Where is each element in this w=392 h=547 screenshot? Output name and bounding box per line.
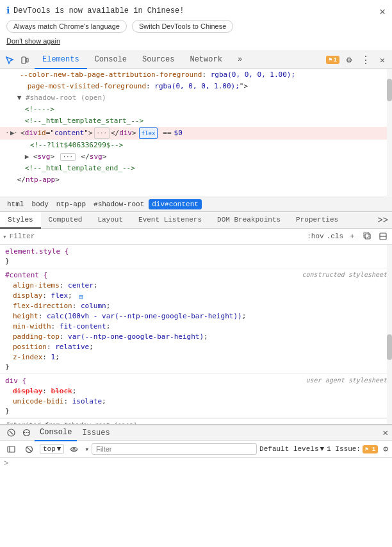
styles-scrollbar-thumb[interactable] — [387, 334, 392, 360]
switch-language-button[interactable]: Switch DevTools to Chinese — [132, 20, 233, 33]
issue-icon: ⚑ — [329, 57, 332, 63]
console-filter-bar: top ▼ ▾ Default levels ▼ 1 Issue: ⚑ 1 ⚙ — [0, 441, 392, 458]
pseudo-filter-button[interactable]: :hov — [307, 233, 323, 240]
console-input[interactable] — [11, 460, 388, 468]
console-filter-button[interactable] — [19, 426, 33, 440]
close-devtools-button[interactable]: ✕ — [375, 53, 389, 67]
rule-origin: user agent stylesheet — [306, 377, 387, 384]
breadcrumb: html body ntp-app #shadow-root div#conte… — [0, 197, 392, 212]
tab-elements[interactable]: Elements — [35, 51, 87, 69]
console-input-row: > — [0, 458, 392, 469]
svg-rect-1 — [26, 58, 28, 62]
tab-network[interactable]: Network — [182, 51, 229, 69]
console-filter-input[interactable] — [92, 443, 257, 455]
devtools-toolbar: Elements Console Sources Network » ⚑1 ⚙ … — [0, 51, 392, 69]
console-sidebar-button[interactable] — [4, 442, 18, 456]
style-property[interactable]: display: flex; ⊞ — [13, 291, 387, 301]
banner-close-button[interactable]: ✕ — [379, 5, 386, 18]
toolbar-icons — [3, 53, 32, 67]
styles-vertical-scrollbar[interactable] — [387, 245, 392, 424]
tab-event-listeners[interactable]: Event Listeners — [131, 212, 209, 229]
issue-count[interactable]: 1 Issue: ⚑ 1 — [327, 445, 378, 453]
rule-selector[interactable]: #content { constructed stylesheet — [5, 271, 387, 279]
tab-bar: Elements Console Sources Network » — [35, 51, 326, 69]
scrollbar-thumb[interactable] — [387, 79, 392, 101]
dom-line: <!----> — [0, 104, 387, 115]
dom-line: <!--_html_template_start_--> — [0, 115, 387, 127]
element-style-rule: element.style { } — [0, 245, 392, 268]
breadcrumb-html[interactable]: html — [4, 199, 27, 209]
tab-dom-breakpoints[interactable]: DOM Breakpoints — [209, 212, 288, 229]
rule-selector[interactable]: div { user agent stylesheet — [5, 377, 387, 385]
style-property[interactable]: padding-top: var(--ntp-one-google-bar-he… — [13, 332, 387, 342]
dont-show-button[interactable]: Don't show again — [6, 35, 60, 47]
cls-filter-button[interactable]: .cls — [327, 233, 343, 240]
device-toolbar-icon[interactable] — [18, 53, 32, 67]
dom-tree-area: --color-new-tab-page-attribution-foregro… — [0, 69, 392, 197]
console-close-button[interactable]: ✕ — [383, 427, 388, 438]
breadcrumb-body[interactable]: body — [28, 199, 51, 209]
dom-line: --color-new-tab-page-attribution-foregro… — [0, 69, 387, 81]
rule-body: display: block; unicode-bidi: isolate; — [5, 386, 387, 407]
style-property[interactable]: position: relative; — [13, 342, 387, 352]
info-icon: ℹ — [6, 5, 10, 16]
dom-vertical-scrollbar[interactable] — [387, 69, 392, 197]
breadcrumb-div-content[interactable]: div#content — [149, 199, 202, 209]
dom-line: <!--?lit$406336299$--> — [0, 140, 387, 151]
rule-selector[interactable]: element.style { — [5, 247, 387, 256]
tab-more[interactable]: » — [230, 51, 250, 69]
styles-filter-input[interactable] — [10, 233, 305, 240]
style-property[interactable]: z-index: 1; — [13, 352, 387, 363]
style-property[interactable]: flex-direction: column; — [13, 301, 387, 311]
dom-line: ▶ <svg> ··· </svg> — [0, 151, 387, 163]
toggle-styles-button[interactable] — [377, 230, 389, 243]
banner-buttons: Always match Chrome's language Switch De… — [6, 20, 386, 33]
settings-button[interactable]: ⚙ — [342, 53, 356, 67]
flex-badge[interactable]: flex — [139, 127, 158, 139]
tab-styles[interactable]: Styles — [0, 212, 41, 229]
dom-line-selected[interactable]: ··· ▶ <div id="content"> ··· </div> flex… — [0, 127, 387, 140]
console-clear-button[interactable] — [4, 426, 18, 440]
breadcrumb-shadow-root[interactable]: #shadow-root — [90, 199, 147, 209]
div-style-rule: div { user agent stylesheet display: blo… — [0, 374, 392, 418]
style-property[interactable]: align-items: center; — [13, 281, 387, 291]
console-tab-console[interactable]: Console — [35, 425, 77, 441]
expand-svg-button[interactable]: ··· — [60, 153, 76, 161]
style-property[interactable]: min-width: fit-content; — [13, 322, 387, 332]
tab-properties[interactable]: Properties — [288, 212, 346, 229]
console-settings-button[interactable]: ⚙ — [383, 444, 388, 454]
styles-filter-bar: ▾ :hov .cls + — [0, 229, 392, 245]
tab-layout[interactable]: Layout — [90, 212, 131, 229]
rule-origin: constructed stylesheet — [302, 271, 387, 278]
banner-title-row: ℹ DevTools is now available in Chinese! — [6, 5, 386, 16]
dom-line: page-most-visited-foreground: rgba(0, 0,… — [0, 81, 387, 92]
issue-flag-icon: ⚑ — [365, 446, 372, 453]
inspect-icon[interactable] — [3, 53, 17, 67]
svg-rect-2 — [365, 234, 370, 239]
console-eye-button[interactable] — [67, 442, 81, 456]
more-options-button[interactable]: ⋮ — [359, 53, 373, 67]
style-property[interactable]: display: block; — [13, 386, 387, 396]
breadcrumb-ntp-app[interactable]: ntp-app — [53, 199, 89, 209]
panel-tabs-more-button[interactable]: >> — [373, 215, 392, 225]
expand-button[interactable]: ··· — [94, 127, 110, 139]
svg-point-15 — [73, 448, 75, 450]
default-levels-selector[interactable]: Default levels ▼ — [259, 445, 324, 453]
console-tab-issues[interactable]: Issues — [77, 425, 115, 441]
issue-badge: ⚑1 — [326, 56, 339, 64]
console-block-button[interactable] — [22, 442, 36, 456]
style-property[interactable]: height: calc(100vh - var(--ntp-one-googl… — [13, 311, 387, 322]
flex-grid-icon[interactable]: ⊞ — [79, 292, 86, 300]
dom-line: </ntp-app> — [0, 174, 387, 186]
add-style-rule-button[interactable]: + — [346, 230, 359, 243]
match-language-button[interactable]: Always match Chrome's language — [6, 20, 127, 33]
panel-tabs: Styles Computed Layout Event Listeners D… — [0, 212, 392, 229]
styles-panel: element.style { } #content { constructed… — [0, 245, 392, 424]
tab-computed[interactable]: Computed — [41, 212, 90, 229]
rule-body: align-items: center; display: flex; ⊞ fl… — [5, 281, 387, 363]
tab-sources[interactable]: Sources — [135, 51, 182, 69]
top-context-selector[interactable]: top ▼ — [40, 444, 64, 454]
style-property[interactable]: unicode-bidi: isolate; — [13, 396, 387, 407]
copy-style-button[interactable] — [361, 230, 374, 243]
tab-console[interactable]: Console — [87, 51, 135, 69]
